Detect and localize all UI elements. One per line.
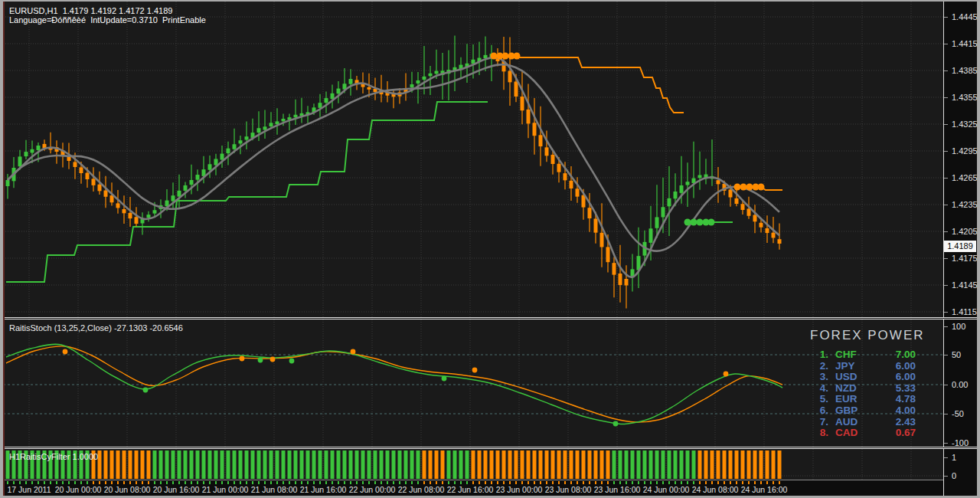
price-axis-label: 1.4265 — [952, 172, 978, 183]
forex-power-rank: 5. — [810, 393, 828, 405]
price-axis-label: 1.4385 — [952, 65, 978, 76]
axis-tick — [944, 151, 948, 152]
forex-power-rank: 1. — [810, 349, 828, 360]
filter-axis-label: 0 — [952, 470, 956, 481]
price-axis-label: 1.4295 — [952, 146, 978, 156]
axis-tick — [944, 385, 948, 385]
time-axis-label: 22 Jun 00:00 — [349, 485, 396, 494]
forex-power-value: 4.00 — [871, 405, 916, 416]
time-axis-label: 20 Jun 00:00 — [55, 485, 102, 494]
filter-axis-label: 1 — [952, 452, 956, 463]
price-axis-label: 1.4145 — [952, 280, 978, 290]
forex-power-value: 6.00 — [871, 360, 916, 372]
axis-tick — [944, 443, 948, 444]
forex-power-row: 1.CHF7.00 — [810, 349, 916, 360]
axis-tick — [944, 258, 948, 259]
filter-pane-canvas[interactable] — [3, 449, 943, 480]
forex-power-currency: USD — [835, 371, 871, 382]
price-axis-label: 1.4115 — [952, 306, 977, 317]
forex-power-currency: JPY — [835, 360, 871, 372]
forex-power-row: 4.NZD5.33 — [810, 382, 916, 394]
time-axis-label: 23 Jun 08:00 — [545, 485, 592, 494]
time-axis-label: 17 Jun 2011 — [7, 485, 51, 494]
time-axis-label: 24 Jun 00:00 — [643, 485, 690, 494]
axis-tick — [944, 285, 948, 286]
current-price-box: 1.4189 — [944, 241, 976, 252]
time-axis-label: 24 Jun 16:00 — [741, 485, 788, 494]
forex-power-currency: CAD — [835, 427, 871, 438]
forex-power-value: 5.33 — [871, 382, 916, 394]
stoch-pane-canvas[interactable] — [3, 319, 943, 447]
forex-power-rank: 2. — [810, 360, 828, 372]
forex-power-row: 7.AUD2.43 — [810, 416, 916, 428]
pane-splitter-bottom[interactable] — [3, 447, 977, 449]
axis-tick — [944, 414, 948, 414]
forex-power-value: 4.78 — [871, 393, 916, 405]
frame-inner-strip — [3, 2, 5, 496]
time-axis-label: 22 Jun 08:00 — [398, 485, 445, 494]
time-axis-label: 23 Jun 00:00 — [496, 485, 543, 494]
axis-tick — [944, 44, 948, 44]
axis-tick — [944, 70, 948, 71]
axis-tick — [944, 476, 948, 477]
time-axis-label: 21 Jun 08:00 — [251, 485, 298, 494]
time-axis-label: 20 Jun 08:00 — [104, 485, 151, 494]
forex-power-row: 6.GBP4.00 — [810, 405, 916, 416]
chart-ohlc-title: EURUSD,H1 1.4179 1.4192 1.4172 1.4189 — [9, 6, 172, 15]
price-axis-label: 1.4235 — [952, 199, 978, 210]
filter-indicator-label: H1RaitisCyFilter 1.0000 — [9, 452, 98, 461]
forex-power-value: 2.43 — [871, 416, 916, 428]
forex-power-value: 0.67 — [871, 427, 916, 438]
price-axis[interactable]: 1.4189 1.44451.44151.43851.43551.43251.4… — [943, 2, 978, 496]
price-axis-label: 1.4175 — [952, 253, 978, 264]
forex-power-rank: 6. — [810, 405, 828, 416]
forex-power-currency: CHF — [835, 349, 871, 360]
time-axis[interactable]: 17 Jun 201120 Jun 00:0020 Jun 08:0020 Ju… — [3, 480, 943, 496]
forex-power-rank: 4. — [810, 382, 828, 394]
time-axis-label: 22 Jun 16:00 — [447, 485, 494, 494]
frame-right — [977, 0, 980, 498]
time-axis-label: 20 Jun 16:00 — [153, 485, 200, 494]
sell-signal-dots-1 — [491, 53, 521, 60]
forex-power-title: FOREX POWER — [810, 328, 925, 343]
axis-tick — [944, 124, 948, 125]
axis-tick — [944, 97, 948, 98]
axis-tick — [944, 17, 948, 18]
forex-power-currency: GBP — [835, 405, 871, 416]
forex-power-currency: NZD — [835, 382, 871, 394]
price-axis-label: 1.4415 — [952, 38, 978, 49]
forex-power-row: 5.EUR4.78 — [810, 393, 916, 405]
time-axis-label: 21 Jun 00:00 — [202, 485, 249, 494]
price-axis-label: 1.4355 — [952, 92, 978, 103]
axis-tick — [944, 326, 948, 327]
forex-power-rank: 8. — [810, 427, 828, 438]
stoch-axis-label: -50 — [952, 408, 964, 419]
frame-top — [0, 0, 980, 2]
stoch-axis-label: 50 — [952, 349, 961, 360]
time-axis-label: 23 Jun 16:00 — [594, 485, 641, 494]
stoch-indicator-label: RaitisStoch (13,25,2,Close) -27.1303 -20… — [9, 323, 183, 333]
forex-power-rank: 3. — [810, 371, 828, 382]
time-axis-label: 21 Jun 16:00 — [300, 485, 347, 494]
axis-tick — [944, 205, 948, 205]
time-axis-bar-stubs — [7, 481, 780, 484]
axis-tick — [944, 178, 948, 179]
forex-power-rank: 7. — [810, 416, 828, 428]
chart-window: EURUSD,H1 1.4179 1.4192 1.4172 1.4189 La… — [0, 0, 980, 498]
main-chart-canvas[interactable] — [3, 2, 943, 317]
forex-power-value: 6.00 — [871, 371, 916, 382]
forex-power-currency: AUD — [835, 416, 871, 428]
stoch-axis-label: 100 — [952, 321, 965, 332]
axis-tick — [944, 312, 948, 313]
pane-splitter-top[interactable] — [3, 317, 977, 319]
forex-power-row: 3.USD6.00 — [810, 371, 916, 382]
forex-power-currency: EUR — [835, 393, 871, 405]
price-axis-label: 1.4445 — [952, 11, 978, 22]
chart-info-line: Language=Ðóññêèé IntUpdate=0.3710 PrintE… — [9, 15, 206, 25]
axis-tick — [944, 355, 948, 355]
stoch-axis-label: 0.00 — [952, 379, 968, 390]
axis-tick — [944, 231, 948, 232]
forex-power-table: FOREX POWER 1.CHF7.002.JPY6.003.USD6.004… — [810, 328, 925, 343]
price-axis-label: 1.4205 — [952, 226, 978, 237]
price-axis-label: 1.4325 — [952, 119, 978, 129]
